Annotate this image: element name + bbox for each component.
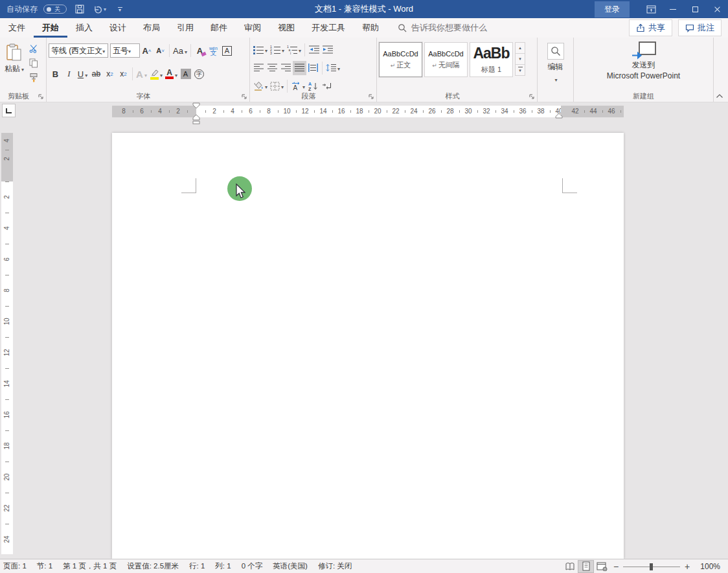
align-left-button[interactable] <box>252 61 266 75</box>
line-spacing-button[interactable] <box>324 61 341 75</box>
status-setting[interactable]: 设置值: 2.5厘米 <box>127 561 179 571</box>
style-heading1[interactable]: AaBb 标题 1 <box>470 42 513 77</box>
clear-formatting-button[interactable]: A <box>193 43 207 58</box>
send-to-powerpoint-button[interactable]: 发送到 Microsoft PowerPoint <box>576 38 711 82</box>
align-center-button[interactable] <box>266 61 279 75</box>
font-dialog-launcher[interactable] <box>241 93 247 100</box>
undo-icon[interactable]: ▾ <box>93 3 107 16</box>
multilevel-list-button[interactable]: 1ai <box>286 43 302 57</box>
style-normal[interactable]: AaBbCcDd ↵正文 <box>379 42 422 77</box>
character-border-button[interactable]: A <box>220 43 234 58</box>
font-size-combo[interactable]: 五号 <box>110 43 140 58</box>
styles-more-button[interactable]: ▾ <box>515 64 525 76</box>
read-mode-button[interactable] <box>562 560 578 573</box>
format-painter-button[interactable] <box>27 71 40 83</box>
tab-developer[interactable]: 开发工具 <box>303 18 354 38</box>
align-right-button[interactable] <box>279 61 293 75</box>
zoom-level[interactable]: 100% <box>693 562 720 571</box>
ruler-tick <box>602 110 603 113</box>
highlight-color-button[interactable] <box>148 67 164 81</box>
share-button[interactable]: 共享 <box>629 19 672 36</box>
tab-insert[interactable]: 插入 <box>67 18 101 38</box>
status-page[interactable]: 页面: 1 <box>3 561 27 571</box>
grow-font-button[interactable]: A˄ <box>140 43 154 58</box>
distribute-button[interactable] <box>306 61 320 75</box>
tab-references[interactable]: 引用 <box>168 18 202 38</box>
tab-layout[interactable]: 布局 <box>135 18 168 38</box>
minimize-button[interactable] <box>662 0 684 18</box>
status-track-changes[interactable]: 修订: 关闭 <box>318 561 352 571</box>
tab-design[interactable]: 设计 <box>101 18 135 38</box>
superscript-mark: 2 <box>124 71 126 77</box>
phonetic-guide-button[interactable]: wén文 <box>207 43 220 58</box>
web-layout-button[interactable] <box>594 560 610 573</box>
close-button[interactable] <box>706 0 728 18</box>
zoom-slider[interactable] <box>623 562 680 571</box>
clipboard-dialog-launcher[interactable] <box>38 93 44 100</box>
zoom-thumb[interactable] <box>650 563 653 570</box>
font-color-button[interactable]: A <box>164 67 179 81</box>
superscript-button[interactable]: x2 <box>117 67 130 81</box>
tab-file[interactable]: 文件 <box>0 18 34 38</box>
status-language[interactable]: 英语(美国) <box>273 561 308 571</box>
status-column[interactable]: 列: 1 <box>215 561 231 571</box>
horizontal-ruler[interactable]: 8642 24681012141618202224262830323436384… <box>112 106 624 117</box>
ribbon-display-options-icon[interactable] <box>640 0 662 18</box>
editing-button[interactable]: 编辑 <box>540 38 571 84</box>
subscript-button[interactable]: x2 <box>103 67 117 81</box>
bullets-button[interactable] <box>252 43 269 57</box>
style-no-spacing[interactable]: AaBbCcDd ↵无间隔 <box>424 42 468 77</box>
tell-me-search[interactable]: 告诉我你想要做什么 <box>398 18 487 38</box>
shrink-font-button[interactable]: A˅ <box>154 43 167 58</box>
styles-dialog-launcher[interactable] <box>529 93 535 100</box>
zoom-in-button[interactable]: + <box>681 561 693 572</box>
paste-button[interactable]: 粘贴 <box>2 41 27 83</box>
tab-home[interactable]: 开始 <box>34 18 67 38</box>
change-case-button[interactable]: Aa <box>172 43 188 58</box>
tab-help[interactable]: 帮助 <box>354 18 387 38</box>
vertical-ruler[interactable]: 42 24681012141618202224 <box>1 133 13 554</box>
first-line-indent-marker[interactable] <box>192 102 200 109</box>
ruler-tick <box>278 110 279 113</box>
hanging-indent-marker[interactable] <box>192 114 200 124</box>
right-indent-marker[interactable] <box>555 113 563 119</box>
bold-button[interactable]: B <box>49 67 62 81</box>
decrease-indent-button[interactable] <box>307 43 321 57</box>
print-layout-button[interactable] <box>578 560 594 573</box>
status-page-of[interactable]: 第 1 页，共 1 页 <box>63 561 117 571</box>
status-line[interactable]: 行: 1 <box>189 561 205 571</box>
underline-button[interactable]: U <box>76 67 89 81</box>
cut-button[interactable] <box>27 43 40 54</box>
character-shading-button[interactable]: A <box>179 67 192 81</box>
ruler-number: 6 <box>246 108 255 115</box>
font-name-combo[interactable]: 等线 (西文正文 <box>49 43 108 58</box>
status-section[interactable]: 节: 1 <box>37 561 52 571</box>
tab-review[interactable]: 审阅 <box>236 18 269 38</box>
document-page[interactable] <box>112 133 624 559</box>
status-word-count[interactable]: 0 个字 <box>242 561 263 571</box>
collapse-ribbon-icon[interactable] <box>716 93 723 99</box>
tab-mailings[interactable]: 邮件 <box>202 18 236 38</box>
italic-button[interactable]: I <box>62 67 76 81</box>
text-effects-button[interactable]: A <box>135 67 148 81</box>
numbering-button[interactable]: 123 <box>269 43 286 57</box>
autosave-toggle[interactable]: 关 <box>43 5 67 14</box>
zoom-out-button[interactable]: − <box>610 561 622 572</box>
increase-indent-button[interactable] <box>321 43 334 57</box>
document-area[interactable]: 42 24681012141618202224 <box>0 121 728 559</box>
justify-button[interactable] <box>293 61 306 75</box>
save-icon[interactable] <box>73 3 87 16</box>
signin-button[interactable]: 登录 <box>595 1 630 18</box>
justify-icon <box>295 64 304 72</box>
maximize-button[interactable] <box>684 0 706 18</box>
comments-button[interactable]: 批注 <box>678 19 722 36</box>
copy-button[interactable] <box>27 57 40 69</box>
styles-scroll-up-button[interactable]: ▴ <box>515 42 525 54</box>
tab-stop-selector[interactable] <box>2 104 16 117</box>
customize-qat-icon[interactable]: ▾ <box>113 3 127 16</box>
strikethrough-button[interactable]: ab <box>89 67 103 81</box>
enclose-characters-button[interactable]: 字 <box>192 67 206 81</box>
styles-scroll-down-button[interactable]: ▾ <box>515 53 525 65</box>
tab-view[interactable]: 视图 <box>269 18 303 38</box>
paragraph-dialog-launcher[interactable] <box>368 93 374 100</box>
